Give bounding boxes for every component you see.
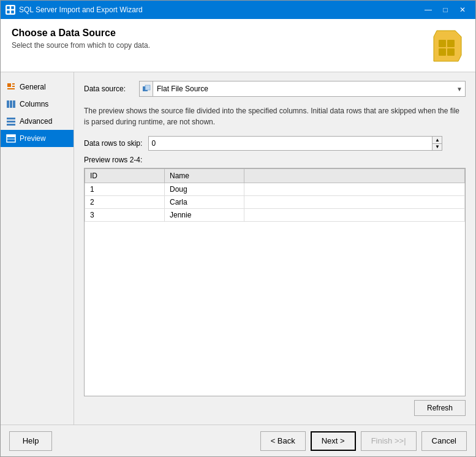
sidebar-item-preview[interactable]: Preview — [1, 130, 74, 147]
datasource-icon — [139, 81, 153, 97]
preview-table: ID Name 1Doug2Carla3Jennie — [85, 168, 465, 222]
column-spacer — [244, 169, 465, 183]
svg-rect-10 — [12, 83, 15, 85]
skip-row: Data rows to skip: ▲ ▼ — [84, 136, 466, 151]
spin-down-button[interactable]: ▼ — [433, 144, 442, 151]
svg-rect-23 — [145, 85, 150, 90]
spin-buttons: ▲ ▼ — [432, 137, 442, 150]
svg-rect-16 — [7, 118, 15, 119]
spin-up-button[interactable]: ▲ — [433, 137, 442, 144]
sidebar-label-preview: Preview — [20, 134, 46, 143]
table-row: 3Jennie — [85, 209, 465, 222]
page-subtitle: Select the source from which to copy dat… — [12, 41, 428, 50]
columns-icon — [6, 99, 17, 110]
description-text: The preview shows the source file divide… — [84, 105, 466, 127]
cell-id: 1 — [85, 183, 165, 196]
cell-spacer — [244, 209, 465, 222]
svg-rect-9 — [7, 83, 11, 87]
svg-rect-8 — [447, 48, 455, 56]
skip-input-wrapper: ▲ ▼ — [148, 136, 442, 151]
app-icon — [6, 5, 15, 15]
header-icon — [428, 28, 464, 64]
table-header-row: ID Name — [85, 169, 465, 183]
cell-spacer — [244, 196, 465, 209]
finish-button[interactable]: Finish >>| — [361, 431, 417, 451]
header-text: Choose a Data Source Select the source f… — [12, 28, 428, 50]
cell-name: Doug — [165, 183, 244, 196]
preview-rows-label: Preview rows 2-4: — [84, 156, 466, 164]
svg-rect-18 — [7, 124, 15, 126]
footer-left: Help — [9, 431, 52, 451]
advanced-icon — [6, 116, 17, 127]
table-row: 1Doug — [85, 183, 465, 196]
content-area: Data source: Flat File Source SQL Server… — [74, 72, 475, 425]
datasource-select[interactable]: Flat File Source SQL Server Excel Access — [153, 81, 465, 96]
datasource-select-wrapper[interactable]: Flat File Source SQL Server Excel Access… — [153, 81, 466, 97]
page-title: Choose a Data Source — [12, 28, 428, 39]
title-bar: SQL Server Import and Export Wizard — □ … — [1, 1, 475, 19]
maximize-button[interactable]: □ — [437, 4, 453, 16]
skip-label: Data rows to skip: — [84, 139, 142, 148]
datasource-row: Data source: Flat File Source SQL Server… — [84, 81, 466, 97]
preview-icon — [6, 133, 17, 144]
footer-right: < Back Next > Finish >>| Cancel — [260, 431, 467, 451]
svg-rect-5 — [439, 40, 446, 47]
back-button[interactable]: < Back — [260, 431, 306, 451]
svg-rect-20 — [7, 135, 15, 137]
svg-rect-14 — [10, 100, 12, 108]
sidebar-label-advanced: Advanced — [20, 117, 52, 126]
preview-table-container: ID Name 1Doug2Carla3Jennie — [84, 168, 466, 396]
next-button[interactable]: Next > — [311, 431, 356, 451]
cell-spacer — [244, 183, 465, 196]
svg-rect-0 — [7, 6, 10, 9]
sidebar-item-columns[interactable]: Columns — [1, 96, 74, 113]
svg-rect-11 — [12, 86, 15, 87]
sidebar-item-advanced[interactable]: Advanced — [1, 113, 74, 130]
table-row: 2Carla — [85, 196, 465, 209]
svg-rect-1 — [11, 6, 14, 9]
main-area: General Columns — [1, 72, 475, 425]
cancel-button[interactable]: Cancel — [421, 431, 467, 451]
sidebar-label-columns: Columns — [20, 100, 48, 108]
header-section: Choose a Data Source Select the source f… — [1, 19, 475, 72]
svg-rect-12 — [7, 88, 15, 89]
minimize-button[interactable]: — — [420, 4, 436, 16]
cell-name: Carla — [165, 196, 244, 209]
column-name-header: Name — [165, 169, 244, 183]
skip-input[interactable] — [149, 137, 432, 150]
column-id-header: ID — [85, 169, 165, 183]
main-window: SQL Server Import and Export Wizard — □ … — [0, 0, 476, 457]
title-controls: — □ ✕ — [420, 4, 470, 16]
cell-id: 2 — [85, 196, 165, 209]
sidebar-item-general[interactable]: General — [1, 78, 74, 96]
sidebar: General Columns — [1, 72, 74, 425]
svg-rect-13 — [7, 100, 9, 108]
refresh-area: Refresh — [84, 400, 466, 416]
svg-rect-3 — [11, 10, 14, 13]
sidebar-label-general: General — [20, 83, 46, 91]
general-icon — [6, 81, 17, 93]
svg-rect-2 — [7, 10, 10, 13]
footer: Help < Back Next > Finish >>| Cancel — [1, 425, 475, 456]
svg-rect-17 — [7, 121, 15, 123]
refresh-button[interactable]: Refresh — [414, 400, 466, 416]
window-title: SQL Server Import and Export Wizard — [19, 6, 420, 14]
help-button[interactable]: Help — [9, 431, 52, 451]
svg-rect-15 — [13, 100, 15, 108]
svg-rect-7 — [439, 48, 446, 56]
datasource-label: Data source: — [84, 85, 133, 93]
cell-id: 3 — [85, 209, 165, 222]
cell-name: Jennie — [165, 209, 244, 222]
close-button[interactable]: ✕ — [455, 4, 470, 16]
svg-rect-6 — [447, 40, 455, 47]
